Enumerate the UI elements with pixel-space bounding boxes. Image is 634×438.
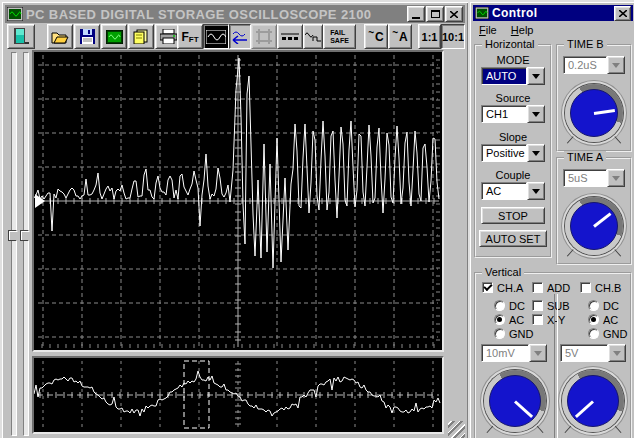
ch-b-position-slider-track[interactable] (23, 52, 29, 436)
sweep-back-button[interactable] (229, 24, 251, 49)
knob-tick (537, 426, 544, 433)
copy-button[interactable] (128, 24, 154, 49)
time-b-combobox[interactable]: 0.2uS (563, 56, 625, 74)
chevron-down-icon (612, 176, 620, 185)
ch-a-dc-radio[interactable] (494, 300, 505, 311)
ch-b-gain-knob[interactable] (562, 370, 624, 432)
knob-tick (614, 249, 621, 256)
calibrate-a-button[interactable]: ~ A (388, 24, 412, 49)
fft-button[interactable]: F FT (177, 24, 203, 49)
time-a-knob[interactable] (565, 197, 623, 255)
knob-tick (615, 426, 622, 433)
time-b-group: TIME B 0.2uS (556, 44, 632, 152)
menu-file[interactable]: File (474, 23, 503, 36)
notes-icon (133, 29, 149, 44)
maximize-button[interactable] (426, 6, 444, 22)
close-icon (450, 11, 458, 18)
dropdown-button (607, 56, 625, 74)
dropdown-button[interactable] (527, 105, 545, 123)
ch-a-gain-knob[interactable] (484, 370, 546, 432)
control-titlebar[interactable]: Control (473, 5, 633, 21)
chevron-down-icon (532, 112, 540, 121)
ch-a-label: CH.A (497, 282, 523, 294)
ch-a-position-slider-track[interactable] (11, 52, 17, 436)
wave-glyph: ~ (368, 27, 374, 38)
time-b-knob[interactable] (565, 84, 623, 142)
ch-b-ac-radio[interactable] (588, 314, 599, 325)
chevron-down-icon (613, 351, 621, 360)
add-checkbox[interactable] (532, 282, 543, 293)
mode-label: MODE (476, 54, 550, 66)
overview-waveform (34, 358, 442, 432)
scope-screen-icon (106, 30, 123, 44)
sub-checkbox[interactable] (532, 300, 543, 311)
slope-label: Slope (476, 131, 550, 143)
couple-combobox[interactable]: AC (481, 182, 545, 200)
dropdown-button[interactable] (527, 182, 545, 200)
save-button[interactable] (74, 24, 100, 49)
main-scope-display[interactable] (32, 50, 444, 352)
control-app-icon (475, 7, 489, 19)
knob-tick (567, 136, 574, 143)
capture-button[interactable] (101, 24, 127, 49)
waveform-display-button[interactable] (203, 24, 229, 49)
exit-button[interactable] (7, 24, 35, 49)
xy-checkbox[interactable] (532, 314, 543, 325)
calibrate-c-button[interactable]: ~ C (364, 24, 388, 49)
main-titlebar[interactable]: PC BASED DIGITAL STORAGE OSCILLOSCOPE 21… (5, 5, 465, 23)
open-button[interactable] (47, 24, 73, 49)
dropdown-button[interactable] (527, 67, 545, 85)
ch-a-checkbox[interactable] (482, 282, 493, 293)
probe-10x-button[interactable]: 10:1 (441, 24, 465, 49)
sine-square-icon (305, 30, 321, 44)
menu-help[interactable]: Help (506, 23, 540, 36)
exit-door-icon (12, 28, 30, 45)
overview-scope-display[interactable] (32, 356, 444, 434)
desktop: PC BASED DIGITAL STORAGE OSCILLOSCOPE 21… (0, 0, 634, 438)
chevron-down-icon (612, 63, 620, 72)
sub-label: SUB (547, 300, 570, 312)
ch-b-checkbox[interactable] (580, 282, 591, 293)
trigger-mode-button[interactable] (303, 24, 323, 49)
time-a-combobox[interactable]: 5uS (563, 169, 625, 187)
main-window: PC BASED DIGITAL STORAGE OSCILLOSCOPE 21… (0, 0, 470, 438)
stop-button[interactable]: STOP (481, 207, 545, 224)
ch-a-ac-radio[interactable] (494, 314, 505, 325)
ch-a-gnd-radio[interactable] (494, 328, 505, 339)
printer-icon (160, 29, 177, 44)
ch-b-gnd-radio[interactable] (588, 328, 599, 339)
resize-grip[interactable] (448, 421, 465, 438)
control-close-button[interactable] (614, 6, 631, 21)
minimize-icon (412, 17, 420, 19)
failsafe-button[interactable]: FAIL SAFE (323, 24, 356, 49)
knob-tick (487, 426, 494, 433)
ch-a-position-slider-thumb[interactable] (8, 230, 22, 241)
couple-label: Couple (476, 169, 550, 181)
add-label: ADD (547, 282, 570, 294)
minimize-button[interactable] (407, 6, 425, 22)
ch-b-dc-radio[interactable] (588, 300, 599, 311)
maximize-icon (431, 10, 440, 18)
dropdown-button (608, 344, 626, 362)
blue-arrow-wave-icon (232, 30, 249, 44)
slope-combobox[interactable]: Positive (481, 144, 545, 162)
ch-b-volts-combobox[interactable]: 5V (560, 344, 626, 362)
chevron-down-icon (532, 74, 540, 83)
vertical-group: Vertical CH.A ADD CH.B DC AC GND SUB X-Y… (474, 272, 632, 438)
dotted-grid-button[interactable] (277, 24, 303, 49)
dropdown-button[interactable] (527, 144, 545, 162)
grid-toggle-button[interactable] (251, 24, 277, 49)
knob-tick (567, 249, 574, 256)
open-folder-icon (51, 30, 69, 44)
sine-wave-icon (206, 30, 226, 44)
chevron-down-icon (532, 189, 540, 198)
ch-b-label: CH.B (595, 282, 621, 294)
probe-1x-button[interactable]: 1:1 (418, 24, 441, 49)
vertical-divider (554, 294, 558, 438)
source-combobox[interactable]: CH1 (481, 105, 545, 123)
close-button[interactable] (445, 6, 463, 22)
main-window-title: PC BASED DIGITAL STORAGE OSCILLOSCOPE 21… (26, 7, 406, 22)
ch-a-volts-combobox[interactable]: 10mV (481, 344, 547, 362)
mode-combobox[interactable]: AUTO (481, 67, 545, 85)
auto-set-button[interactable]: AUTO SET (479, 230, 547, 247)
